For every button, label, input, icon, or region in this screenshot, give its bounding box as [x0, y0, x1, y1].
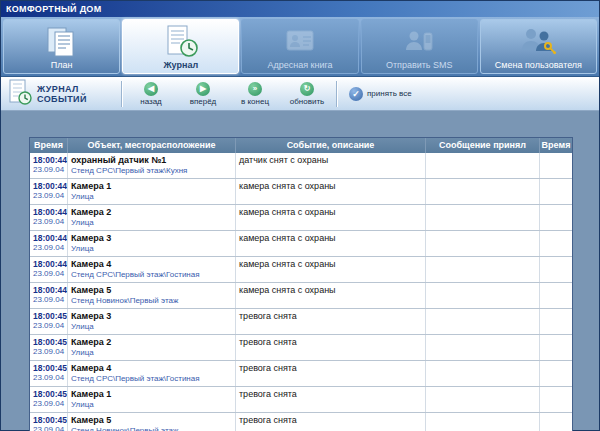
table-header-row: Время Объект, месторасположение Событие,…: [30, 138, 572, 153]
refresh-label: обновить: [290, 97, 324, 106]
table-row[interactable]: 18:00:44 23.09.04 охранный датчик №1 Сте…: [30, 153, 572, 179]
cell-event: камера снята с охраны: [236, 283, 426, 308]
cell-time: 18:00:45 23.09.04: [30, 309, 68, 334]
table-row[interactable]: 18:00:44 23.09.04 Камера 4 Стенд СРС\Пер…: [30, 257, 572, 283]
nav-plan-button[interactable]: План: [3, 19, 120, 74]
nav-send-sms-label: Отправить SMS: [386, 60, 453, 70]
cell-event: камера снята с охраны: [236, 231, 426, 256]
cell-time: 18:00:44 23.09.04: [30, 153, 68, 178]
cell-received: [426, 179, 540, 204]
cell-object: Камера 5 Стенд Новинок\Первый этаж: [68, 413, 236, 431]
journal-icon: [161, 24, 201, 60]
cell-time2: [540, 361, 572, 386]
table-row[interactable]: 18:00:45 23.09.04 Камера 2 Улица тревога…: [30, 335, 572, 361]
nav-address-book-label: Адресная книга: [267, 60, 332, 70]
table-row[interactable]: 18:00:45 23.09.04 Камера 1 Улица тревога…: [30, 387, 572, 413]
cell-received: [426, 387, 540, 412]
header-object: Объект, месторасположение: [68, 138, 236, 153]
address-book-icon: [281, 24, 319, 60]
floor-plan-icon: [43, 24, 81, 60]
accept-all-label: принять все: [367, 89, 412, 98]
change-user-icon: [517, 24, 559, 60]
cell-time2: [540, 335, 572, 360]
accept-all-icon: ✓: [349, 87, 363, 101]
cell-object: Камера 3 Улица: [68, 309, 236, 334]
cell-time: 18:00:44 23.09.04: [30, 179, 68, 204]
cell-time: 18:00:44 23.09.04: [30, 257, 68, 282]
nav-send-sms-button: Отправить SMS: [361, 19, 478, 74]
cell-time2: [540, 205, 572, 230]
cell-event: тревога снята: [236, 361, 426, 386]
back-label: назад: [140, 97, 162, 106]
cell-event: тревога снята: [236, 387, 426, 412]
cell-event: датчик снят с охраны: [236, 153, 426, 178]
cell-time: 18:00:45 23.09.04: [30, 387, 68, 412]
cell-time: 18:00:45 23.09.04: [30, 413, 68, 431]
cell-time: 18:00:45 23.09.04: [30, 361, 68, 386]
cell-time: 18:00:45 23.09.04: [30, 335, 68, 360]
cell-time2: [540, 309, 572, 334]
send-sms-icon: [400, 24, 438, 60]
nav-journal-label: Журнал: [163, 60, 198, 70]
nav-plan-label: План: [51, 60, 73, 70]
cell-received: [426, 153, 540, 178]
table-row[interactable]: 18:00:45 23.09.04 Камера 4 Стенд СРС\Пер…: [30, 361, 572, 387]
cell-object: Камера 1 Улица: [68, 179, 236, 204]
cell-time2: [540, 153, 572, 178]
cell-object: охранный датчик №1 Стенд СРС\Первый этаж…: [68, 153, 236, 178]
nav-journal-button[interactable]: Журнал: [122, 19, 239, 74]
cell-object: Камера 2 Улица: [68, 205, 236, 230]
refresh-button[interactable]: ↻ обновить: [284, 82, 330, 106]
cell-object: Камера 3 Улица: [68, 231, 236, 256]
accept-all-button[interactable]: ✓ принять все: [343, 87, 418, 101]
cell-time2: [540, 231, 572, 256]
nav-address-book-button: Адресная книга: [241, 19, 358, 74]
cell-time: 18:00:44 23.09.04: [30, 205, 68, 230]
cell-object: Камера 1 Улица: [68, 387, 236, 412]
table-row[interactable]: 18:00:45 23.09.04 Камера 3 Улица тревога…: [30, 309, 572, 335]
forward-button[interactable]: ▶ вперёд: [180, 82, 226, 106]
cell-object: Камера 4 Стенд СРС\Первый этаж\Гостиная: [68, 361, 236, 386]
cell-time2: [540, 413, 572, 431]
table-row[interactable]: 18:00:44 23.09.04 Камера 1 Улица камера …: [30, 179, 572, 205]
cell-event: камера снята с охраны: [236, 257, 426, 282]
titlebar[interactable]: КОМФОРТНЫЙ ДОМ: [1, 1, 599, 17]
nav-change-user-button[interactable]: Смена пользователя: [480, 19, 597, 74]
table-row[interactable]: 18:00:44 23.09.04 Камера 2 Улица камера …: [30, 205, 572, 231]
cell-event: тревога снята: [236, 335, 426, 360]
cell-received: [426, 205, 540, 230]
table-row[interactable]: 18:00:45 23.09.04 Камера 5 Стенд Новинок…: [30, 413, 572, 431]
main-toolbar: План Журнал Ад: [1, 17, 599, 77]
to-end-button[interactable]: » в конец: [232, 82, 278, 106]
cell-event: камера снята с охраны: [236, 205, 426, 230]
journal-title-text: ЖУРНАЛ СОБЫТИЙ: [37, 84, 89, 104]
cell-event: тревога снята: [236, 413, 426, 431]
table-row[interactable]: 18:00:44 23.09.04 Камера 3 Улица камера …: [30, 231, 572, 257]
back-icon: ◀: [144, 82, 158, 96]
header-received: Сообщение принял: [426, 138, 540, 153]
cell-object: Камера 4 Стенд СРС\Первый этаж\Гостиная: [68, 257, 236, 282]
window-title: КОМФОРТНЫЙ ДОМ: [6, 4, 101, 14]
cell-received: [426, 413, 540, 431]
cell-time2: [540, 387, 572, 412]
cell-received: [426, 335, 540, 360]
app-window: КОМФОРТНЫЙ ДОМ План Жур: [0, 0, 600, 431]
forward-icon: ▶: [196, 82, 210, 96]
cell-received: [426, 309, 540, 334]
table-row[interactable]: 18:00:44 23.09.04 Камера 5 Стенд Новинок…: [30, 283, 572, 309]
cell-event: тревога снята: [236, 309, 426, 334]
toolbar-separator: [336, 81, 337, 107]
cell-time2: [540, 257, 572, 282]
cell-time2: [540, 283, 572, 308]
cell-received: [426, 361, 540, 386]
cell-time: 18:00:44 23.09.04: [30, 231, 68, 256]
toolbar-separator: [121, 81, 122, 107]
forward-label: вперёд: [190, 97, 217, 106]
header-event: Событие, описание: [236, 138, 426, 153]
back-button[interactable]: ◀ назад: [128, 82, 174, 106]
cell-received: [426, 231, 540, 256]
cell-event: камера снята с охраны: [236, 179, 426, 204]
cell-received: [426, 283, 540, 308]
cell-received: [426, 257, 540, 282]
table-body: 18:00:44 23.09.04 охранный датчик №1 Сте…: [30, 153, 572, 431]
